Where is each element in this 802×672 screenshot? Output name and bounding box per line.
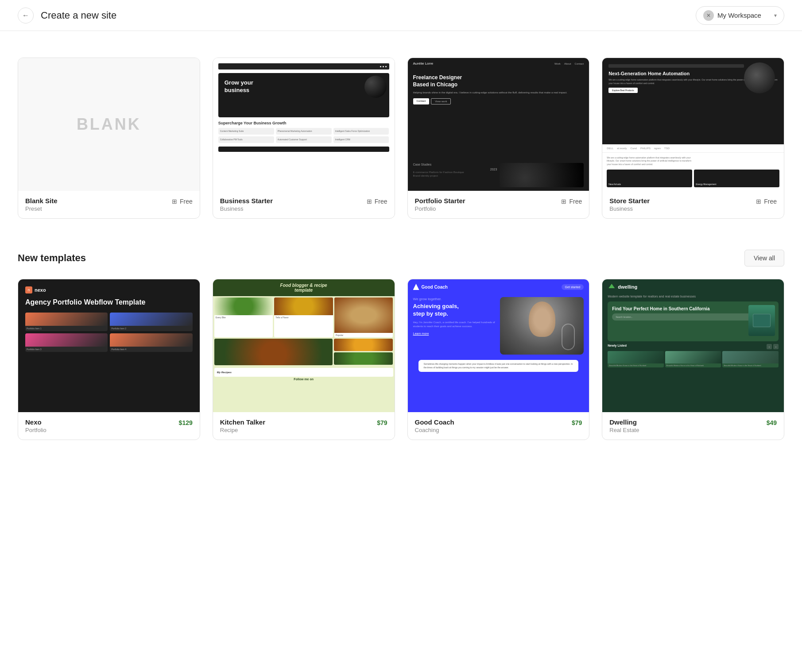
workspace-icon: ✕ xyxy=(703,10,714,21)
price-label: $49 xyxy=(767,419,777,426)
st-hero-circle xyxy=(744,62,775,93)
main-content: BLANK Blank Site Preset ⊞ Free xyxy=(0,31,802,467)
nexo-logo: n nexo xyxy=(25,286,193,294)
template-category: Business xyxy=(609,205,650,212)
st-content: We are a cutting-edge home automation pl… xyxy=(602,153,784,170)
dwelling-listings-section: Newly Listed ‹ › Beautiful Modern Home i… xyxy=(608,344,779,368)
template-card-kitchen[interactable]: Food blogger & recipetemplate Every Bite… xyxy=(213,279,395,440)
template-name: Nexo xyxy=(25,418,46,426)
template-category: Real Estate xyxy=(609,427,639,433)
template-card-store[interactable]: Next-Generation Home Automation We are a… xyxy=(602,58,784,219)
template-card-nexo[interactable]: n nexo Agency Portfolio Webflow Template… xyxy=(18,279,200,440)
price-label: $129 xyxy=(179,419,193,426)
template-price: ⊞ Free xyxy=(756,198,777,205)
template-price: $79 xyxy=(572,419,582,426)
dwelling-hero: Find Your Perfect Home in Southern Calif… xyxy=(608,301,779,341)
chevron-down-icon: ▾ xyxy=(774,12,777,19)
template-name: Dwelling xyxy=(609,418,639,426)
template-footer-coach: Good Coach Coaching $79 xyxy=(408,412,589,440)
pf-hero: Freelance DesignerBased in Chicago Helpi… xyxy=(408,69,589,159)
price-label: Free xyxy=(569,198,582,205)
template-footer-kitchen: Kitchen Talker Recipe $79 xyxy=(213,412,395,440)
template-footer-business: Business Starter Business ⊞ Free xyxy=(213,191,395,218)
template-footer-portfolio: Portfolio Starter Portfolio ⊞ Free xyxy=(408,191,589,218)
dwelling-hero-image xyxy=(748,305,775,336)
kitchen-header: Food blogger & recipetemplate xyxy=(213,279,395,296)
dwelling-tagline: Modern website template for realtors and… xyxy=(608,294,779,299)
template-footer-blank: Blank Site Preset ⊞ Free xyxy=(18,191,200,218)
st-hero: Next-Generation Home Automation We are a… xyxy=(602,58,784,144)
bs-nav xyxy=(218,63,389,70)
nexo-cards: Portfolio Item 1 Portfolio Item 2 Portfo… xyxy=(25,313,193,352)
template-footer-nexo: Nexo Portfolio $129 xyxy=(18,412,200,440)
template-category: Business xyxy=(220,205,273,212)
template-card-portfolio[interactable]: Aurélie Lorre Work About Contact Freelan… xyxy=(407,58,590,219)
coach-quote: Sometimes life-changing moments happen w… xyxy=(418,360,579,372)
view-all-button[interactable]: View all xyxy=(744,250,784,266)
price-label: Free xyxy=(180,198,193,205)
pf-portfolio-image xyxy=(500,163,584,187)
page-title: Create a new site xyxy=(41,10,116,21)
template-name: Kitchen Talker xyxy=(220,418,265,426)
store-img-label-2: Energy Management xyxy=(696,183,716,185)
coach-header: Good Coach Get started xyxy=(408,279,589,294)
price-label: $79 xyxy=(377,419,387,426)
st-images: New Arrivals Energy Management xyxy=(602,170,784,191)
kitchen-preview-wrap: Food blogger & recipetemplate Every Bite… xyxy=(213,279,395,412)
store-img-label-1: New Arrivals xyxy=(608,183,621,185)
price-label: $79 xyxy=(572,419,582,426)
coach-preview-wrap: Good Coach Get started We grow together.… xyxy=(408,279,589,412)
template-category: Portfolio xyxy=(25,427,46,433)
blank-label: BLANK xyxy=(77,115,141,134)
nexo-title: Agency Portfolio Webflow Template xyxy=(25,298,193,307)
template-price: $129 xyxy=(179,419,193,426)
template-footer-store: Store Starter Business ⊞ Free xyxy=(602,191,784,218)
workspace-name: My Workspace xyxy=(717,12,771,19)
template-card-coach[interactable]: Good Coach Get started We grow together.… xyxy=(407,279,590,440)
back-button[interactable]: ← xyxy=(18,8,34,23)
workspace-selector[interactable]: ✕ My Workspace ▾ xyxy=(696,6,784,25)
template-card-blank[interactable]: BLANK Blank Site Preset ⊞ Free xyxy=(18,58,200,219)
preset-grid: BLANK Blank Site Preset ⊞ Free xyxy=(18,58,784,219)
template-category: Coaching xyxy=(415,427,454,433)
template-price: ⊞ Free xyxy=(367,198,387,205)
free-icon: ⊞ xyxy=(561,198,566,205)
nexo-preview-wrap: n nexo Agency Portfolio Webflow Template… xyxy=(18,279,200,412)
bs-hero-title: Grow yourbusiness xyxy=(225,79,383,94)
template-price: $79 xyxy=(377,419,387,426)
kitchen-grid: Every Bite Tells a Flavor Popular xyxy=(213,296,395,339)
st-logos: DELL al.monly Cund PHILIPS ngnm TSD xyxy=(602,144,784,153)
template-price: $49 xyxy=(767,419,777,426)
store-preview-wrap: Next-Generation Home Automation We are a… xyxy=(602,58,784,191)
template-name: Good Coach xyxy=(415,418,454,426)
page-header: ← Create a new site ✕ My Workspace ▾ xyxy=(0,0,802,31)
free-icon: ⊞ xyxy=(172,198,177,205)
bs-hero: Grow yourbusiness xyxy=(218,73,389,117)
dwelling-header: dwelling xyxy=(602,279,784,294)
new-templates-grid: n nexo Agency Portfolio Webflow Template… xyxy=(18,279,784,440)
template-category: Portfolio xyxy=(415,205,465,212)
template-price: ⊞ Free xyxy=(172,198,193,205)
template-name: Portfolio Starter xyxy=(415,197,465,205)
pf-bottom: Case Studies 2023 E-commerce Platform fo… xyxy=(408,159,589,191)
new-templates-title: New templates xyxy=(18,252,86,264)
blank-preview: BLANK xyxy=(18,58,200,191)
business-preview-wrap: Grow yourbusiness Supercharge Your Busin… xyxy=(213,58,395,191)
pf-nav: Aurélie Lorre Work About Contact xyxy=(408,58,589,69)
new-templates-header: New templates View all xyxy=(18,250,784,266)
bs-cards: Content Marketing Suite Phenomenal Marke… xyxy=(218,128,389,143)
template-name: Store Starter xyxy=(609,197,650,205)
template-card-dwelling[interactable]: dwelling Modern website template for rea… xyxy=(602,279,784,440)
bs-sub-title: Supercharge Your Business Growth xyxy=(218,121,389,125)
portfolio-preview-wrap: Aurélie Lorre Work About Contact Freelan… xyxy=(408,58,589,191)
price-label: Free xyxy=(375,198,387,205)
template-price: ⊞ Free xyxy=(561,198,582,205)
free-icon: ⊞ xyxy=(367,198,372,205)
template-card-business[interactable]: Grow yourbusiness Supercharge Your Busin… xyxy=(213,58,395,219)
bs-hero-image xyxy=(364,76,387,98)
template-name: Blank Site xyxy=(25,197,58,205)
template-category: Preset xyxy=(25,205,58,212)
header-left: ← Create a new site xyxy=(18,8,116,23)
template-category: Recipe xyxy=(220,427,265,433)
price-label: Free xyxy=(764,198,777,205)
